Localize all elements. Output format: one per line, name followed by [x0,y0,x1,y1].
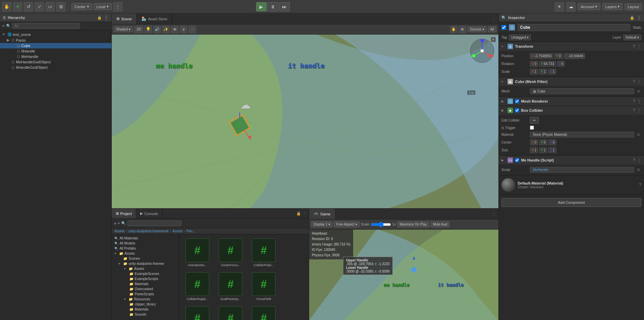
game-more-icon[interactable]: ⋮ [492,212,496,216]
add-component-button[interactable]: Add Component [501,198,641,207]
tree-materials2[interactable]: 📁 Materials [112,307,179,312]
me-handle-script-header[interactable]: ▶ C# Me Handle (Script) ? ⋮ [499,156,644,165]
scale-y-field[interactable]: Y 1 [539,69,547,74]
cloud-icon-btn[interactable]: ☁ [566,2,576,12]
game-view[interactable]: Heartbeat: Revision ID: 6 emory Usage: (… [309,230,498,320]
transform-help-icon[interactable]: ? [633,44,635,49]
breadcrumb-assets[interactable]: Assets [114,229,125,233]
play-button[interactable]: ▶ [256,2,267,12]
object-active-checkbox[interactable] [501,25,506,30]
tree-clipper[interactable]: 📁 clipper_library [112,302,179,307]
script-select-icon[interactable]: ⊙ [636,168,641,172]
pivot-center-dropdown[interactable]: Center ▾ [71,3,92,10]
display-dropdown[interactable]: Display 1 ▾ [311,221,332,227]
mesh-renderer-help-icon[interactable]: ? [633,99,635,104]
audio-btn[interactable]: 🔊 [153,26,161,33]
hand-tool-btn[interactable]: ✋ [2,2,12,12]
tab-scene[interactable]: ⊞ Scene [112,14,137,24]
asset-item-colliderregist[interactable]: # ColliderRegist... [182,271,213,302]
asset-item-centerforce[interactable]: # CenterForce... [215,237,246,268]
box-collider-more-icon[interactable]: ⋮ [637,108,641,113]
move-tool-btn[interactable]: ✛ [13,2,22,12]
tree-sounds[interactable]: 📁 Sounds [112,312,179,317]
scale-x-field[interactable]: X 1 [530,69,538,74]
asset-item-dualpantosys[interactable]: # DualPantoSy... [215,271,246,302]
script-field[interactable]: MeHandle [530,167,634,173]
layout-dropdown[interactable]: Layout [625,3,642,10]
mesh-filter-more-icon[interactable]: ⋮ [637,79,641,84]
scene-more-icon[interactable]: ⋮ [492,17,496,21]
scene-hand-icon[interactable]: ✋ [450,26,457,33]
mesh-renderer-header[interactable]: ▶ ⬡ Mesh Renderer ? ⋮ [499,97,644,106]
is-trigger-checkbox[interactable] [530,126,534,130]
tree-assets-root[interactable]: ▾ 📁 Assets [112,251,179,256]
maximize-dropdown[interactable]: Maximize On Play [397,221,429,227]
me-handle-script-enabled[interactable] [515,158,519,162]
box-collider-help-icon[interactable]: ? [633,108,635,113]
tree-item-mehandle[interactable]: ⬡ MeHandle [0,54,111,59]
rot-y-field[interactable]: Y 64.733 [539,61,556,67]
tree-resources[interactable]: ▾ 📁 Resources [112,297,179,302]
project-add-btn[interactable]: + [114,221,116,226]
size-y-field[interactable]: Y 1 [539,147,547,153]
tree-all-materials[interactable]: 🔍 All Materials [112,236,179,241]
fx-btn[interactable]: ✨ [162,26,170,33]
light-btn[interactable]: 💡 [145,26,152,33]
tree-more-icon[interactable]: ⋮ [105,32,109,37]
pos-y-field[interactable]: Y 0 [554,53,562,59]
material-help-icon[interactable]: ? [639,183,641,187]
object-name-input[interactable] [518,24,630,31]
transform-header[interactable]: ▾ ⊕ Transform ? ⋮ [499,42,644,51]
tree-panto-scripts[interactable]: 📁 PantoScripts [112,292,179,297]
layers-dropdown[interactable]: Layers ▾ [602,3,623,10]
extra-tool-btn[interactable]: ⋮ [113,2,123,12]
project-more-icon[interactable]: ⋮ [302,211,306,216]
tree-all-prefabs[interactable]: 🔍 All Prefabs [112,246,179,251]
breadcrumb-assets2[interactable]: Assets [172,229,183,233]
mute-btn[interactable]: Mute Aud [431,221,450,227]
rot-z-field[interactable]: Z 0 [557,61,565,67]
rotate-tool-btn[interactable]: ↺ [24,2,33,12]
scale-z-field[interactable]: Z 1 [548,69,556,74]
account-dropdown[interactable]: Account ▾ [578,3,600,10]
tab-game[interactable]: 🎮 Game [309,209,336,219]
me-handle-script-more-icon[interactable]: ⋮ [637,158,641,163]
transform-more-icon[interactable]: ⋮ [637,44,641,49]
grid-btn[interactable]: # [180,26,187,33]
asset-item-colliderpolyii[interactable]: # ColliderPolyii... [249,237,279,268]
tree-overcooked[interactable]: 📁 Overcooked [112,286,179,292]
center-z-field[interactable]: Z 0 [548,140,556,145]
asset-item-activateobs[interactable]: # ActivateObs... [182,237,213,268]
mesh-renderer-more-icon[interactable]: ⋮ [637,99,641,104]
tab-console[interactable]: ▶ Console [136,209,162,218]
tab-project[interactable]: ⊞ Project [112,209,136,218]
asset-item-9[interactable]: # [249,305,279,320]
tree-materials[interactable]: 📁 Materials [112,281,179,286]
tree-item-panto[interactable]: ▶ ⬡ Panto [0,37,111,43]
me-handle-script-help-icon[interactable]: ? [633,158,635,163]
rot-x-field[interactable]: X 0 [530,61,538,67]
pos-x-field[interactable]: X -0.7548853 [530,53,553,59]
mesh-value-field[interactable]: ▦ Cube [530,88,634,94]
project-lock-icon[interactable]: 🔒 [296,211,301,216]
rect-tool-btn[interactable]: ▭ [45,2,55,12]
mesh-renderer-enabled[interactable] [515,99,519,103]
breadcrumb-pant[interactable]: Pan... [186,229,195,233]
tree-item-cube[interactable]: ⬡ Cube [0,43,111,48]
mesh-filter-help-icon[interactable]: ? [633,79,635,84]
collider-material-field[interactable]: None (Physic Material) [530,132,634,137]
pos-z-field[interactable]: Z -10.94849 [564,53,585,59]
tree-item-mehandlegod[interactable]: ⬡ MeHandleGodObject [0,59,111,65]
layer-dropdown[interactable]: Default ▾ [623,35,641,40]
tab-asset-store[interactable]: 🏪 Asset Store [137,14,172,24]
gizmo-close-btn[interactable]: ✕ [491,37,496,42]
box-collider-header[interactable]: ▶ ▣ Box Collider ? ⋮ [499,106,644,115]
edit-collider-btn[interactable]: ✏ [530,117,539,124]
pause-button[interactable]: ⏸ [267,2,278,12]
step-button[interactable]: ⏭ [279,2,290,12]
aspect-dropdown[interactable]: Free Aspect ▾ [334,221,359,227]
center-y-field[interactable]: Y 0 [539,140,547,145]
hierarchy-search-input[interactable] [12,23,80,29]
tree-unity-framework[interactable]: ▾ 📁 unity-dualpanto-framew [112,261,179,266]
tree-example-scenes[interactable]: 📁 ExampleScenes [112,271,179,276]
